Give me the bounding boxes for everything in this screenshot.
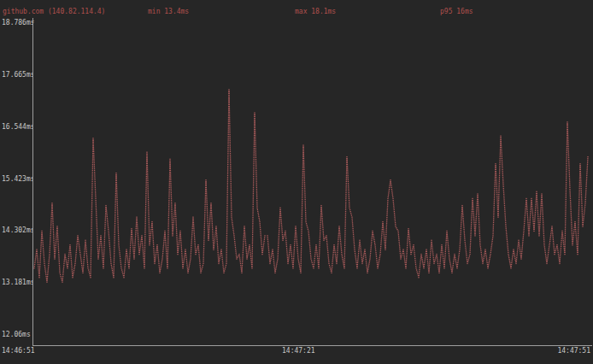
latency-chart-canvas <box>33 23 592 344</box>
stat-max-label: max 18.1ms <box>295 8 336 16</box>
y-axis-tick-label: 16.544ms <box>2 123 32 132</box>
y-axis-tick-label: 13.181ms <box>2 279 32 287</box>
x-axis-tick-label: 14:47:51 <box>557 347 590 355</box>
ping-target-label: github.com (140.82.114.4) <box>3 8 105 16</box>
y-axis-tick-label: 12.06ms <box>2 331 32 339</box>
y-axis-tick-label: 18.786ms <box>2 19 32 27</box>
gping-terminal-window: github.com (140.82.114.4) min 13.4ms max… <box>0 0 593 364</box>
x-axis-tick-label: 14:46:51 <box>2 347 35 355</box>
x-axis-line <box>32 345 592 346</box>
y-axis-tick-label: 14.302ms <box>2 226 32 235</box>
x-axis-tick-label: 14:47:21 <box>282 347 315 355</box>
stat-p95-label: p95 16ms <box>440 8 473 16</box>
stat-min-label: min 13.4ms <box>148 8 189 16</box>
y-axis-tick-label: 17.665ms <box>2 71 32 79</box>
y-axis-tick-label: 15.423ms <box>2 175 32 184</box>
